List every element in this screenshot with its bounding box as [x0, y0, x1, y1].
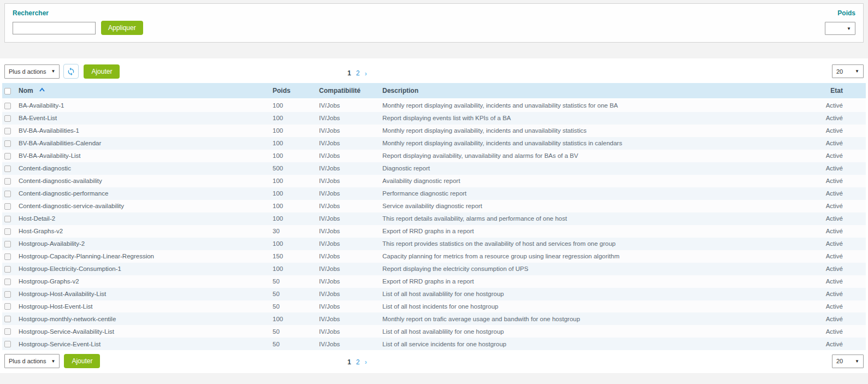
row-weight: 100	[270, 112, 317, 125]
table-row[interactable]: Content-diagnostic-performance 100 IV/Jo…	[2, 187, 866, 200]
row-name[interactable]: Content-diagnostic-service-availability	[16, 200, 270, 212]
row-compatibility: IV/Jobs	[317, 288, 380, 300]
table-row[interactable]: BV-BA-Availabilities-1 100 IV/Jobs Month…	[2, 125, 866, 137]
column-header-description[interactable]: Description	[380, 83, 784, 99]
table-row[interactable]: Content-diagnostic-availability 100 IV/J…	[2, 175, 866, 187]
add-button[interactable]: Ajouter	[84, 64, 120, 79]
refresh-button[interactable]	[63, 64, 79, 79]
row-name[interactable]: Hostgroup-Electricity-Consumption-1	[16, 263, 270, 275]
next-page-icon[interactable]: ›	[364, 69, 367, 77]
page-2[interactable]: 2	[356, 69, 360, 77]
row-state: Activé	[784, 200, 866, 212]
row-checkbox[interactable]	[4, 203, 11, 210]
row-compatibility: IV/Jobs	[317, 238, 380, 250]
table-row[interactable]: BA-Event-List 100 IV/Jobs Report display…	[2, 112, 866, 125]
row-checkbox[interactable]	[4, 216, 11, 222]
table-row[interactable]: Hostgroup-monthly-network-centile 100 IV…	[2, 312, 866, 325]
row-name[interactable]: BV-BA-Availabilities-1	[16, 125, 270, 137]
row-name[interactable]: Hostgroup-Capacity-Planning-Linear-Regre…	[16, 250, 270, 263]
table-row[interactable]: Hostgroup-Availability-2 100 IV/Jobs Thi…	[2, 238, 866, 250]
row-description: Monthly report displaying availability, …	[380, 99, 784, 112]
row-name[interactable]: Hostgroup-Service-Event-List	[16, 338, 270, 350]
page-1[interactable]: 1	[347, 69, 351, 77]
row-name[interactable]: BV-BA-Availability-List	[16, 150, 270, 162]
row-checkbox[interactable]	[4, 153, 11, 159]
row-name[interactable]: Hostgroup-monthly-network-centile	[16, 312, 270, 325]
table-row[interactable]: Hostgroup-Electricity-Consumption-1 100 …	[2, 263, 866, 275]
row-checkbox[interactable]	[4, 328, 11, 335]
sort-ascending-icon[interactable]	[39, 87, 45, 92]
row-checkbox[interactable]	[4, 253, 11, 260]
row-name[interactable]: Content-diagnostic-availability	[16, 175, 270, 187]
page-size-select[interactable]: 20 ▼	[832, 64, 864, 78]
row-name[interactable]: Content-diagnostic	[16, 162, 270, 175]
table-row[interactable]: Content-diagnostic-service-availability …	[2, 200, 866, 212]
column-header-poids[interactable]: Poids	[270, 83, 317, 99]
row-checkbox[interactable]	[4, 266, 11, 273]
row-checkbox[interactable]	[4, 191, 11, 197]
column-header-nom[interactable]: Nom	[19, 87, 33, 94]
row-name[interactable]: Hostgroup-Availability-2	[16, 238, 270, 250]
chevron-down-icon: ▼	[847, 26, 851, 31]
row-name[interactable]: Host-Graphs-v2	[16, 225, 270, 238]
row-description: List of all host incidents for one hostg…	[380, 300, 784, 313]
row-name[interactable]: BA-Event-List	[16, 112, 270, 125]
row-checkbox[interactable]	[4, 303, 11, 310]
more-actions-select[interactable]: Plus d actions ▼	[4, 64, 60, 79]
row-checkbox[interactable]	[4, 279, 11, 285]
row-name[interactable]: Hostgroup-Service-Availability-List	[16, 325, 270, 338]
table-row[interactable]: Hostgroup-Host-Event-List 50 IV/Jobs Lis…	[2, 300, 866, 313]
table-row[interactable]: Hostgroup-Service-Event-List 50 IV/Jobs …	[2, 338, 866, 350]
row-name[interactable]: Host-Detail-2	[16, 212, 270, 225]
column-header-etat[interactable]: Etat	[784, 83, 866, 99]
poids-select[interactable]: ▼	[825, 22, 855, 35]
more-actions-select-bottom[interactable]: Plus d actions ▼	[4, 354, 60, 368]
row-checkbox[interactable]	[4, 241, 11, 247]
add-button-bottom[interactable]: Ajouter	[64, 354, 100, 368]
row-checkbox[interactable]	[4, 341, 11, 347]
row-name[interactable]: Content-diagnostic-performance	[16, 187, 270, 200]
page-1[interactable]: 1	[347, 358, 351, 365]
next-page-icon[interactable]: ›	[364, 358, 367, 366]
table-row[interactable]: Content-diagnostic 500 IV/Jobs Diagnosti…	[2, 162, 866, 175]
row-compatibility: IV/Jobs	[317, 225, 380, 238]
search-label: Rechercher	[13, 9, 143, 17]
apply-button[interactable]: Appliquer	[101, 21, 143, 35]
row-weight: 100	[270, 200, 317, 212]
table-row[interactable]: Hostgroup-Capacity-Planning-Linear-Regre…	[2, 250, 866, 263]
row-checkbox[interactable]	[4, 166, 11, 172]
table-row[interactable]: BA-Availability-1 100 IV/Jobs Monthly re…	[2, 99, 866, 112]
table-row[interactable]: BV-BA-Availability-List 100 IV/Jobs Repo…	[2, 150, 866, 162]
row-checkbox[interactable]	[4, 291, 11, 298]
row-weight: 50	[270, 325, 317, 338]
row-checkbox[interactable]	[4, 316, 11, 322]
table-row[interactable]: Hostgroup-Graphs-v2 50 IV/Jobs Export of…	[2, 275, 866, 288]
row-checkbox[interactable]	[4, 128, 11, 134]
row-name[interactable]: Hostgroup-Graphs-v2	[16, 275, 270, 288]
row-name[interactable]: Hostgroup-Host-Event-List	[16, 300, 270, 313]
column-header-compatibilite[interactable]: Compatibilité	[317, 83, 380, 99]
row-description: List of all host availablility for one h…	[380, 325, 784, 338]
row-weight: 50	[270, 288, 317, 300]
table-row[interactable]: Hostgroup-Service-Availability-List 50 I…	[2, 325, 866, 338]
select-all-checkbox[interactable]	[4, 88, 11, 94]
row-checkbox[interactable]	[4, 178, 11, 185]
table-row[interactable]: Host-Detail-2 100 IV/Jobs This report de…	[2, 212, 866, 225]
row-weight: 100	[270, 212, 317, 225]
row-checkbox[interactable]	[4, 228, 11, 235]
row-description: Report displaying events list with KPIs …	[380, 112, 784, 125]
row-checkbox[interactable]	[4, 115, 11, 122]
table-row[interactable]: BV-BA-Availabilities-Calendar 100 IV/Job…	[2, 137, 866, 150]
row-checkbox[interactable]	[4, 140, 11, 147]
row-name[interactable]: BA-Availability-1	[16, 99, 270, 112]
row-checkbox[interactable]	[4, 103, 11, 109]
table-row[interactable]: Host-Graphs-v2 30 IV/Jobs Export of RRD …	[2, 225, 866, 238]
search-input[interactable]	[13, 22, 96, 34]
row-description: Availability diagnostic report	[380, 175, 784, 187]
row-name[interactable]: BV-BA-Availabilities-Calendar	[16, 137, 270, 150]
row-name[interactable]: Hostgroup-Host-Availability-List	[16, 288, 270, 300]
page-2[interactable]: 2	[356, 358, 360, 365]
page-size-select-bottom[interactable]: 20 ▼	[832, 355, 864, 368]
table-row[interactable]: Hostgroup-Host-Availability-List 50 IV/J…	[2, 288, 866, 300]
sync-arrows-icon	[67, 67, 75, 76]
